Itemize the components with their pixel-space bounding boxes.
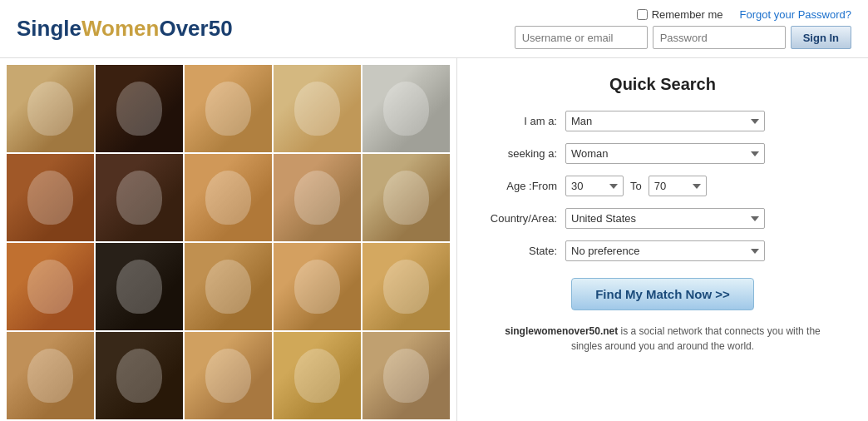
country-row: Country/Area: United StatesCanadaUnited … xyxy=(482,208,843,229)
auth-bottom-row: Sign In xyxy=(515,26,851,49)
photo-cell[interactable] xyxy=(7,154,94,241)
photo-cell[interactable] xyxy=(185,154,272,241)
photo-cell[interactable] xyxy=(362,65,450,152)
auth-section: Remember me Forgot your Password? Sign I… xyxy=(515,8,851,49)
photo-cell[interactable] xyxy=(185,332,272,419)
remember-me-checkbox[interactable] xyxy=(637,9,648,20)
age-to-label: To xyxy=(630,180,642,192)
password-input[interactable] xyxy=(653,26,786,49)
search-title: Quick Search xyxy=(482,75,843,94)
photo-cell[interactable] xyxy=(274,332,361,419)
i-am-a-select[interactable]: ManWoman xyxy=(565,111,765,131)
photo-cell[interactable] xyxy=(96,154,183,241)
forgot-password-link[interactable]: Forgot your Password? xyxy=(740,8,851,21)
photo-cell[interactable] xyxy=(7,243,94,330)
search-panel: Quick Search I am a: ManWoman seeking a:… xyxy=(456,58,868,421)
seeking-a-select[interactable]: ManWoman xyxy=(565,143,765,164)
photo-cell[interactable] xyxy=(185,243,272,330)
remember-me-label[interactable]: Remember me xyxy=(637,8,723,21)
logo-suffix: Over50 xyxy=(159,16,232,41)
photo-cell[interactable] xyxy=(274,65,361,152)
country-select[interactable]: United StatesCanadaUnited KingdomAustral… xyxy=(565,208,765,229)
site-domain: singlewomenover50.net xyxy=(505,325,618,337)
state-label: State: xyxy=(482,245,565,257)
photo-cell[interactable] xyxy=(362,154,450,241)
country-label: Country/Area: xyxy=(482,212,565,225)
header: SingleWomenOver50 Remember me Forgot you… xyxy=(0,0,868,58)
photo-cell[interactable] xyxy=(96,65,183,152)
photo-cell[interactable] xyxy=(7,332,94,419)
photo-cell[interactable] xyxy=(96,243,183,330)
seeking-a-label: seeking a: xyxy=(482,147,565,160)
find-match-button[interactable]: Find My Match Now >> xyxy=(571,278,754,310)
state-row: State: No preferenceAlabamaAlaskaArizona… xyxy=(482,240,843,261)
photo-cell[interactable] xyxy=(362,243,450,330)
seeking-a-row: seeking a: ManWoman xyxy=(482,143,843,164)
age-to-select[interactable]: 30354045505560657075808590 xyxy=(649,176,707,196)
photo-cell[interactable] xyxy=(274,154,361,241)
photo-cell[interactable] xyxy=(185,65,272,152)
age-from-select[interactable]: 1820253035404550556065707580 xyxy=(565,176,624,196)
signin-button[interactable]: Sign In xyxy=(791,26,851,49)
main-content: Quick Search I am a: ManWoman seeking a:… xyxy=(0,58,868,421)
site-logo[interactable]: SingleWomenOver50 xyxy=(17,16,233,42)
photo-cell[interactable] xyxy=(96,332,183,419)
i-am-a-label: I am a: xyxy=(482,115,565,127)
age-row: Age :From 1820253035404550556065707580 T… xyxy=(482,176,843,196)
photo-cell[interactable] xyxy=(274,243,361,330)
username-input[interactable] xyxy=(515,26,648,49)
logo-prefix: Single xyxy=(17,16,81,41)
site-description: singlewomenover50.net is a social networ… xyxy=(482,324,843,354)
logo-highlight: Women xyxy=(81,16,159,41)
age-label: Age :From xyxy=(482,180,565,192)
photo-grid xyxy=(0,58,456,421)
auth-top-row: Remember me Forgot your Password? xyxy=(515,8,851,21)
photo-cell[interactable] xyxy=(7,65,94,152)
state-select[interactable]: No preferenceAlabamaAlaskaArizonaCalifor… xyxy=(565,240,765,261)
i-am-a-row: I am a: ManWoman xyxy=(482,111,843,131)
photo-cell[interactable] xyxy=(362,332,450,419)
